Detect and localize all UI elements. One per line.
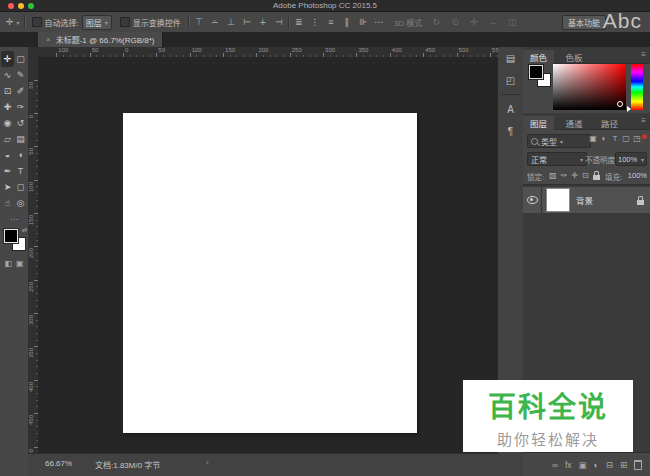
distribute-top-edges-icon[interactable]: ≣ — [294, 17, 304, 27]
tab-layers[interactable]: 图层 — [523, 116, 554, 132]
foreground-color-swatch[interactable] — [4, 229, 18, 243]
filter-shape-layers-icon[interactable]: ▢ — [622, 134, 630, 143]
link-layers-icon[interactable]: ∞ — [552, 460, 558, 470]
auto-select-dropdown[interactable]: 图层 ▾ — [82, 15, 112, 30]
filter-smart-objects-icon[interactable]: ◳ — [633, 134, 641, 143]
visibility-cell[interactable] — [523, 187, 542, 213]
new-layer-icon[interactable]: ⊞ — [620, 460, 627, 470]
3d-slide-icon[interactable]: ↔ — [488, 17, 498, 27]
move-tool-icon[interactable]: ✛ — [6, 17, 14, 27]
filter-toggle-icon[interactable] — [642, 134, 647, 139]
hue-slider-marker[interactable] — [627, 106, 631, 112]
layer-filter-dropdown[interactable]: 类型 ▾ — [527, 134, 591, 148]
lasso-tool[interactable]: ∿ — [1, 67, 14, 83]
align-horizontal-centers-icon[interactable]: ∔ — [258, 17, 268, 27]
tab-channels[interactable]: 通道 — [558, 116, 589, 132]
3d-rotate-icon[interactable]: ↻ — [431, 17, 441, 27]
panel-menu-icon[interactable]: ≡ — [641, 116, 646, 125]
filter-adjustment-layers-icon[interactable]: ◐ — [600, 134, 608, 143]
opacity-field[interactable]: 100% ▾ — [615, 152, 647, 166]
move-tool[interactable]: ✛ — [1, 51, 14, 67]
lock-artboard-icon[interactable]: ⊡ — [582, 171, 589, 180]
document-tab-title: 未标题-1 @ 66.7%(RGB/8*) — [56, 34, 155, 45]
filter-type-layers-icon[interactable]: T — [611, 134, 619, 143]
align-left-edges-icon[interactable]: ⊢ — [242, 17, 252, 27]
align-top-edges-icon[interactable]: ⊤ — [194, 17, 204, 27]
eye-icon[interactable] — [527, 196, 538, 204]
align-right-edges-icon[interactable]: ⊣ — [274, 17, 284, 27]
align-vertical-centers-icon[interactable]: ∸ — [210, 17, 220, 27]
quick-mask-icon[interactable]: ◧ — [4, 259, 12, 268]
libraries-panel-icon[interactable]: ◰ — [498, 69, 523, 91]
align-bottom-edges-icon[interactable]: ⊥ — [226, 17, 236, 27]
foreground-color-swatch[interactable] — [529, 65, 543, 79]
color-picker-marker[interactable] — [617, 101, 623, 107]
fill-value[interactable]: 100% — [628, 171, 647, 180]
new-adjustment-layer-icon[interactable]: ◐ — [594, 460, 599, 470]
lock-label: 锁定: — [527, 171, 544, 182]
status-options-arrow-icon[interactable]: › — [206, 458, 209, 467]
document-tab[interactable]: × 未标题-1 @ 66.7%(RGB/8*) — [38, 32, 163, 47]
lock-image-pixels-icon[interactable]: ✑ — [561, 171, 568, 180]
add-layer-mask-icon[interactable]: ▣ — [579, 460, 587, 470]
3d-drag-icon[interactable]: ✛ — [469, 17, 479, 27]
dodge-tool[interactable]: ◖ — [14, 147, 27, 163]
panel-menu-icon[interactable]: ≡ — [641, 50, 646, 59]
paragraph-panel-icon[interactable]: ¶ — [498, 120, 523, 142]
layer-effects-icon[interactable]: fx — [565, 460, 572, 470]
chevron-down-icon: ▾ — [105, 19, 108, 26]
type-tool[interactable]: T — [14, 163, 27, 179]
adjustments-panel-icon[interactable]: ▤ — [498, 47, 523, 69]
blur-tool[interactable]: ◒ — [1, 147, 14, 163]
distribute-vertical-centers-icon[interactable]: ⋮ — [310, 17, 320, 27]
workspace-switcher-button[interactable]: 基本功能 — [562, 15, 606, 30]
zoom-level-field[interactable]: 66.67% — [45, 459, 72, 468]
rectangular-marquee-tool[interactable]: ▢ — [14, 51, 27, 67]
lock-transparent-pixels-icon[interactable]: ▨ — [549, 171, 557, 180]
document-canvas[interactable] — [123, 113, 417, 433]
layers-filter-row: 类型 ▾ ▣◐T▢◳ — [523, 131, 650, 149]
quick-selection-tool[interactable]: ✎ — [14, 67, 27, 83]
distribute-bottom-edges-icon[interactable]: ≡ — [326, 17, 336, 27]
distribute-horizontal-centers-icon[interactable]: ⊪ — [358, 17, 368, 27]
hue-slider[interactable] — [631, 64, 643, 110]
hand-tool[interactable]: ☝ — [1, 195, 14, 211]
gradient-tool[interactable]: ▤ — [14, 131, 27, 147]
history-brush-tool[interactable]: ↺ — [14, 115, 27, 131]
clone-stamp-tool[interactable]: ◉ — [1, 115, 14, 131]
tab-paths[interactable]: 路径 — [594, 116, 625, 132]
tool-strip: ✛▢∿✎⊡✐✚✑◉↺▱▤◒◖✒T➤◻☝◎ ⋯ ⇄ ◧▣ — [0, 47, 29, 476]
saturation-brightness-field[interactable] — [553, 64, 626, 110]
layer-row-background[interactable]: 背景 — [523, 187, 650, 213]
auto-select-checkbox[interactable] — [32, 17, 42, 27]
lock-all-icon[interactable] — [593, 175, 600, 180]
swap-colors-icon[interactable]: ⇄ — [22, 226, 27, 233]
new-group-icon[interactable]: ⊟ — [606, 460, 613, 470]
pen-tool[interactable]: ✒ — [1, 163, 14, 179]
character-panel-icon[interactable]: A — [498, 98, 523, 120]
lock-position-icon[interactable]: ✛ — [571, 171, 578, 180]
distribute-left-edges-icon[interactable]: ∥ — [342, 17, 352, 27]
edit-toolbar-icon[interactable]: ⋯ — [0, 215, 28, 224]
3d-scale-icon[interactable]: ◫ — [507, 17, 517, 27]
path-selection-tool[interactable]: ➤ — [1, 179, 14, 195]
show-transform-checkbox[interactable] — [120, 17, 130, 27]
close-tab-icon[interactable]: × — [46, 35, 51, 44]
blend-mode-dropdown[interactable]: 正常 ▾ — [527, 152, 587, 166]
spot-healing-brush-tool[interactable]: ✚ — [1, 99, 14, 115]
eraser-tool[interactable]: ▱ — [1, 131, 14, 147]
auto-select-label: 自动选择: — [45, 17, 79, 28]
layer-thumbnail[interactable] — [546, 188, 570, 212]
delete-layer-icon[interactable] — [634, 460, 642, 470]
zoom-tool[interactable]: ◎ — [14, 195, 27, 211]
fill-label: 填充: — [605, 171, 622, 182]
3d-roll-icon[interactable]: ⊙ — [450, 17, 460, 27]
brush-tool[interactable]: ✑ — [14, 99, 27, 115]
filter-pixel-layers-icon[interactable]: ▣ — [589, 134, 597, 143]
distribute-right-edges-icon[interactable]: ⋯ — [374, 17, 384, 27]
tool-preset-caret-icon[interactable]: ▾ — [17, 19, 20, 26]
eyedropper-tool[interactable]: ✐ — [14, 83, 27, 99]
shape-tool[interactable]: ◻ — [14, 179, 27, 195]
crop-tool[interactable]: ⊡ — [1, 83, 14, 99]
screen-mode-icon[interactable]: ▣ — [16, 259, 24, 268]
